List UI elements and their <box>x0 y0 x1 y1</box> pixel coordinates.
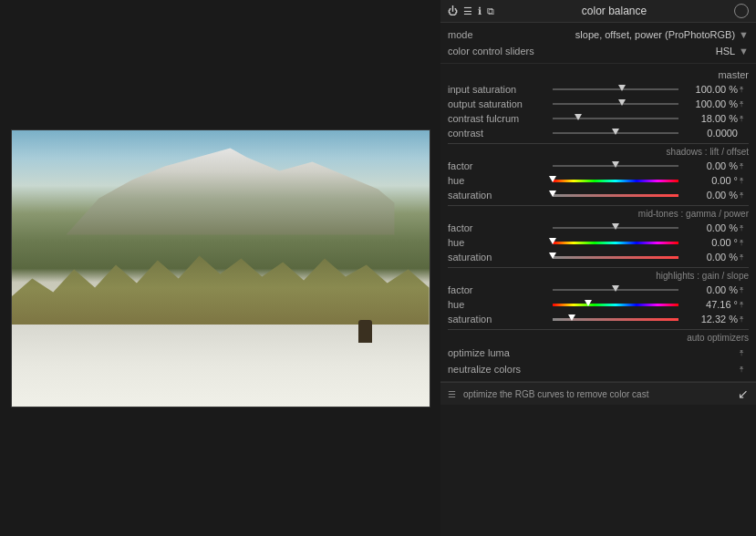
highlights-hue-value: 47.16 ° <box>678 299 738 310</box>
neutralize-colors-label: neutralize colors <box>448 364 738 375</box>
contrast-thumb <box>612 129 619 135</box>
top-bar: ⏻ ☰ ℹ ⧉ color balance <box>440 0 756 23</box>
output-saturation-row: output saturation 100.00 % 🖈 <box>448 97 749 111</box>
shadows-factor-slider[interactable] <box>553 160 678 171</box>
color-control-value: HSL <box>716 46 735 57</box>
color-control-dropdown-arrow: ▼ <box>739 46 749 57</box>
input-saturation-thumb <box>618 85 626 91</box>
circle-icon[interactable] <box>734 4 749 18</box>
contrast-fulcrum-thumb <box>575 114 582 120</box>
midtones-factor-track <box>553 227 678 229</box>
mode-select[interactable]: slope, offset, power (ProPhotoRGB) ▼ <box>493 29 749 40</box>
copy-icon[interactable]: ⧉ <box>487 5 494 17</box>
master-section: master input saturation 100.00 % 🖈 outpu… <box>440 64 756 382</box>
midtones-saturation-slider[interactable] <box>553 252 678 263</box>
contrast-fulcrum-pin[interactable]: 🖈 <box>738 114 749 123</box>
shadows-factor-thumb <box>612 161 619 168</box>
optimize-luma-label: optimize luma <box>448 347 738 358</box>
highlights-factor-track <box>553 289 678 291</box>
right-panel: ⏻ ☰ ℹ ⧉ color balance mode slope, offset… <box>440 0 756 536</box>
shadows-saturation-label: saturation <box>448 190 553 201</box>
color-control-row: color control sliders HSL ▼ <box>448 43 749 59</box>
contrast-fulcrum-slider[interactable] <box>553 113 678 124</box>
shadows-hue-row: hue 0.00 ° 🖈 <box>448 173 749 188</box>
midtones-hue-slider[interactable] <box>553 237 678 248</box>
highlights-saturation-slider[interactable] <box>553 314 678 325</box>
highlights-factor-value: 0.00 % <box>678 284 738 295</box>
midtones-hue-value: 0.00 ° <box>678 237 738 248</box>
mode-section: mode slope, offset, power (ProPhotoRGB) … <box>440 23 756 64</box>
bottom-menu-icon[interactable]: ☰ <box>448 389 456 399</box>
midtones-factor-value: 0.00 % <box>678 222 738 233</box>
optimize-luma-pin[interactable]: 🖈 <box>738 348 749 357</box>
photo-image <box>11 129 430 407</box>
neutralize-colors-pin[interactable]: 🖈 <box>738 365 749 374</box>
bottom-bar: ☰ optimize the RGB curves to remove colo… <box>440 382 756 405</box>
shadows-hue-track <box>553 180 678 182</box>
input-saturation-pin[interactable]: 🖈 <box>738 85 749 94</box>
highlights-saturation-pin[interactable]: 🖈 <box>738 314 749 324</box>
shadows-saturation-slider[interactable] <box>553 190 678 201</box>
cursor-icon: ↙ <box>738 387 749 401</box>
shadows-factor-row: factor 0.00 % 🖈 <box>448 159 749 173</box>
mode-label: mode <box>448 29 493 40</box>
contrast-fulcrum-row: contrast fulcrum 18.00 % 🖈 <box>448 111 749 126</box>
midtones-hue-thumb <box>549 238 556 244</box>
output-saturation-pin[interactable]: 🖈 <box>738 99 749 108</box>
shadows-hue-thumb <box>549 176 556 182</box>
highlights-hue-pin[interactable]: 🖈 <box>738 300 749 309</box>
input-saturation-value: 100.00 % <box>678 84 738 95</box>
contrast-label: contrast <box>448 128 553 139</box>
midtones-factor-slider[interactable] <box>553 222 678 233</box>
mode-row: mode slope, offset, power (ProPhotoRGB) … <box>448 26 749 43</box>
power-icon[interactable]: ⏻ <box>448 5 458 16</box>
auto-optimizers-label: auto optimizers <box>448 329 749 345</box>
shadows-hue-pin[interactable]: 🖈 <box>738 176 749 185</box>
shadows-hue-slider[interactable] <box>553 175 678 186</box>
shadows-factor-pin[interactable]: 🖈 <box>738 161 749 170</box>
photo-panel <box>0 0 440 536</box>
output-saturation-slider[interactable] <box>553 98 678 109</box>
color-control-label: color control sliders <box>448 46 557 57</box>
mode-dropdown-arrow: ▼ <box>739 29 749 40</box>
shadows-header: shadows : lift / offset <box>448 143 749 159</box>
contrast-slider[interactable] <box>553 128 678 139</box>
master-label: master <box>448 67 749 82</box>
midtones-hue-pin[interactable]: 🖈 <box>738 238 749 247</box>
midtones-saturation-row: saturation 0.00 % 🖈 <box>448 250 749 264</box>
highlights-hue-slider[interactable] <box>553 299 678 310</box>
highlights-saturation-thumb <box>568 314 575 321</box>
midtones-hue-track <box>553 242 678 244</box>
neutralize-colors-row[interactable]: neutralize colors 🖈 <box>448 361 749 377</box>
color-control-select[interactable]: HSL ▼ <box>557 46 749 57</box>
contrast-fulcrum-value: 18.00 % <box>678 113 738 124</box>
top-bar-icons: ⏻ ☰ ℹ ⧉ <box>448 5 494 17</box>
shadows-factor-value: 0.00 % <box>678 160 738 171</box>
midtones-hue-label: hue <box>448 237 553 248</box>
optimize-luma-row[interactable]: optimize luma 🖈 <box>448 345 749 361</box>
contrast-value: 0.0000 <box>678 128 738 139</box>
highlights-hue-thumb <box>585 300 592 306</box>
highlights-saturation-track <box>553 318 678 321</box>
highlights-hue-label: hue <box>448 299 553 310</box>
midtones-factor-row: factor 0.00 % 🖈 <box>448 221 749 235</box>
contrast-row: contrast 0.0000 <box>448 126 749 140</box>
highlights-factor-label: factor <box>448 284 553 295</box>
highlights-factor-slider[interactable] <box>553 284 678 295</box>
shadows-saturation-thumb <box>549 191 556 197</box>
midtones-saturation-track <box>553 256 678 259</box>
shadows-hue-label: hue <box>448 175 553 186</box>
input-saturation-slider[interactable] <box>553 84 678 95</box>
shadows-factor-label: factor <box>448 160 553 171</box>
contrast-track <box>553 132 678 134</box>
highlights-saturation-value: 12.32 % <box>678 314 738 325</box>
highlights-factor-pin[interactable]: 🖈 <box>738 285 749 294</box>
info-icon[interactable]: ℹ <box>478 5 482 17</box>
contrast-fulcrum-label: contrast fulcrum <box>448 113 553 124</box>
midtones-factor-label: factor <box>448 222 553 233</box>
list-icon[interactable]: ☰ <box>463 5 472 17</box>
shadows-saturation-pin[interactable]: 🖈 <box>738 191 749 200</box>
midtones-saturation-pin[interactable]: 🖈 <box>738 253 749 262</box>
midtones-factor-thumb <box>612 223 619 230</box>
midtones-factor-pin[interactable]: 🖈 <box>738 223 749 232</box>
